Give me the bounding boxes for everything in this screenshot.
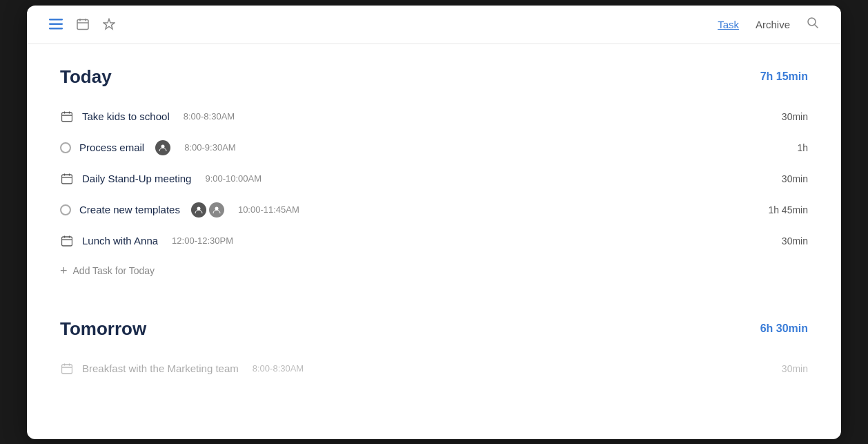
tomorrow-task-list: Breakfast with the Marketing team 8:00-8… (60, 354, 808, 384)
star-icon[interactable] (103, 18, 115, 30)
add-task-label: Add Task for Today (73, 265, 155, 276)
task-duration: 1h 45min (768, 204, 808, 215)
circle-task-icon (60, 142, 71, 153)
task-name: Process email (79, 142, 144, 153)
table-row[interactable]: Lunch with Anna 12:00-12:30PM 30min (60, 226, 808, 256)
task-avatars (191, 202, 224, 218)
task-time: 10:00-11:45AM (238, 204, 299, 215)
task-name: Take kids to school (82, 110, 170, 122)
task-time: 9:00-10:00AM (205, 173, 262, 184)
task-duration: 30min (782, 363, 808, 374)
task-avatars (155, 140, 170, 155)
today-duration: 7h 15min (760, 70, 808, 83)
svg-marker-7 (103, 19, 115, 30)
svg-rect-15 (62, 175, 72, 184)
avatar (155, 140, 170, 155)
calendar-task-icon (60, 362, 74, 376)
today-task-list: Take kids to school 8:00-8:30AM 30min Pr… (60, 102, 808, 285)
task-duration: 30min (782, 173, 808, 184)
add-task-button[interactable]: + Add Task for Today (60, 256, 808, 285)
table-row[interactable]: Breakfast with the Marketing team 8:00-8… (60, 354, 808, 384)
calendar-icon[interactable] (77, 18, 89, 30)
menu-icon[interactable] (49, 19, 63, 30)
table-row[interactable]: Take kids to school 8:00-8:30AM 30min (60, 102, 808, 132)
task-name: Lunch with Anna (82, 235, 158, 247)
task-time: 8:00-8:30AM (253, 363, 304, 374)
table-row[interactable]: Process email 8:00-9:30AM 1h (60, 132, 808, 164)
task-nav-link[interactable]: Task (718, 19, 739, 30)
calendar-task-icon (60, 110, 74, 124)
avatar (209, 202, 224, 218)
calendar-task-icon (60, 172, 74, 186)
avatar (191, 202, 206, 218)
svg-line-9 (815, 24, 818, 28)
tomorrow-header: Tomorrow 6h 30min (60, 318, 808, 340)
task-time: 8:00-8:30AM (184, 111, 235, 122)
svg-rect-1 (49, 23, 63, 26)
table-row[interactable]: Create new templates (60, 194, 808, 226)
header: Task Archive (27, 6, 841, 44)
svg-rect-3 (77, 20, 88, 30)
task-name: Breakfast with the Marketing team (82, 363, 239, 374)
circle-task-icon (60, 204, 71, 215)
today-title: Today (60, 66, 112, 88)
task-duration: 30min (782, 111, 808, 122)
tomorrow-duration: 6h 30min (760, 322, 808, 335)
header-left (49, 18, 115, 30)
search-icon[interactable] (807, 17, 819, 32)
plus-icon: + (60, 264, 68, 277)
task-duration: 30min (782, 235, 808, 247)
table-row[interactable]: Daily Stand-Up meeting 9:00-10:00AM 30mi… (60, 164, 808, 194)
task-name: Daily Stand-Up meeting (82, 173, 191, 184)
svg-rect-10 (62, 113, 72, 122)
header-right: Task Archive (718, 17, 819, 32)
task-duration: 1h (797, 142, 808, 153)
task-time: 8:00-9:30AM (184, 142, 235, 153)
today-section: Today 7h 15min (60, 66, 808, 285)
tomorrow-title: Tomorrow (60, 318, 146, 340)
svg-rect-21 (62, 237, 72, 246)
today-header: Today 7h 15min (60, 66, 808, 88)
svg-rect-2 (49, 28, 63, 30)
svg-rect-0 (49, 19, 63, 21)
archive-nav-link[interactable]: Archive (756, 19, 790, 30)
svg-point-8 (808, 18, 816, 26)
main-content: Today 7h 15min (27, 44, 841, 439)
tomorrow-section: Tomorrow 6h 30min (60, 318, 808, 384)
calendar-task-icon (60, 234, 74, 248)
svg-rect-25 (62, 365, 72, 374)
task-time: 12:00-12:30PM (172, 235, 233, 246)
task-name: Create new templates (79, 204, 180, 215)
app-window: Task Archive Today 7h 15min (27, 6, 841, 439)
